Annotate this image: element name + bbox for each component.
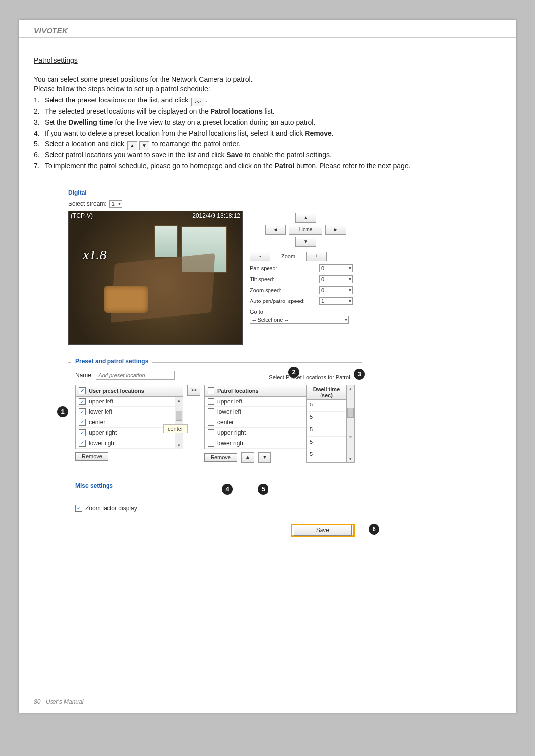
shift-icon: >> xyxy=(191,98,204,106)
checkbox-icon[interactable] xyxy=(208,429,214,436)
callout-3: 3 xyxy=(354,369,365,380)
preset-patrol-fieldset: Preset and patrol settings Name: Select … xyxy=(68,362,362,463)
dwell-cell[interactable]: 5 xyxy=(307,400,346,412)
user-preset-list: User preset locations upper leftlower le… xyxy=(75,385,183,449)
user-preset-item[interactable]: upper right xyxy=(76,428,175,438)
save-button[interactable]: Save xyxy=(294,525,352,536)
misc-fieldset: Misc settings Zoom factor display xyxy=(68,487,362,512)
zoom-factor-checkbox[interactable] xyxy=(75,505,82,512)
auto-speed-select[interactable]: 1 xyxy=(319,297,353,305)
dwell-cell[interactable]: 5 xyxy=(307,412,346,424)
checkbox-icon[interactable] xyxy=(208,419,214,426)
dwell-cell[interactable]: 5 xyxy=(307,437,346,449)
settings-panel-screenshot: Digital Select stream: 1 (TCP-V) xyxy=(61,185,501,547)
zoom-label: Zoom xyxy=(273,253,303,259)
patrol-item[interactable]: center xyxy=(205,417,306,428)
select-stream-dropdown[interactable]: 1 xyxy=(109,200,122,208)
user-preset-item[interactable]: lower right xyxy=(76,438,175,449)
dwell-cell[interactable]: 5 xyxy=(307,449,346,461)
checkbox-icon[interactable] xyxy=(208,440,214,447)
user-preset-item[interactable]: upper left xyxy=(76,397,175,407)
pan-left-button[interactable]: ◄ xyxy=(265,225,286,235)
user-preset-item[interactable]: lower left xyxy=(76,407,175,417)
tilt-speed-select[interactable]: 0 xyxy=(319,275,353,283)
checkbox-icon[interactable] xyxy=(79,419,86,426)
patrol-down-button[interactable]: ▼ xyxy=(258,452,271,463)
zoom-factor-label: Zoom factor display xyxy=(85,505,137,512)
goto-select[interactable]: -- Select one -- xyxy=(250,316,349,324)
patrol-up-button[interactable]: ▲ xyxy=(241,452,254,463)
patrol-item[interactable]: lower right xyxy=(205,438,306,449)
patrol-remove-button[interactable]: Remove xyxy=(204,453,237,462)
checkbox-icon[interactable] xyxy=(79,408,86,415)
ptz-controls: ▲ ◄ Home ► ▼ - Zoom xyxy=(250,211,362,345)
checkbox-icon[interactable] xyxy=(208,408,214,415)
pan-speed-select[interactable]: 0 xyxy=(319,264,353,272)
preset-legend: Preset and patrol settings xyxy=(71,358,152,365)
down-icon: ▼ xyxy=(139,141,149,150)
zoom-in-button[interactable]: + xyxy=(306,252,327,261)
step-list: 1. Select the preset locations on the li… xyxy=(34,96,501,171)
move-to-patrol-button[interactable]: >> xyxy=(187,385,200,396)
page-content: Patrol settings You can select some pres… xyxy=(19,38,516,547)
goto-label: Go to: xyxy=(250,309,265,315)
name-label: Name: xyxy=(75,372,93,379)
dwell-cell[interactable]: 5 xyxy=(307,424,346,437)
overlay-protocol: (TCP-V) xyxy=(71,212,93,219)
camera-preview: (TCP-V) 2012/4/9 13:18:12 x1.8 xyxy=(68,211,243,345)
overlay-zoom-factor: x1.8 xyxy=(83,247,106,263)
page-footer: 80 - User's Manual xyxy=(34,698,83,705)
user-remove-button[interactable]: Remove xyxy=(75,452,108,461)
checkbox-icon[interactable] xyxy=(79,440,86,447)
patrol-location-list: Patrol locations upper leftlower leftcen… xyxy=(204,385,306,449)
home-button[interactable]: Home xyxy=(289,225,322,235)
patrol-item[interactable]: lower left xyxy=(205,407,306,417)
zoom-out-button[interactable]: - xyxy=(250,252,270,261)
dwell-time-column: Dwell time(sec) 55555 xyxy=(306,385,347,463)
zoom-speed-select[interactable]: 0 xyxy=(319,286,353,294)
select-stream-label: Select stream: xyxy=(68,201,107,207)
callout-1: 1 xyxy=(57,406,68,417)
user-preset-scrollbar[interactable]: ▴≡▾ xyxy=(175,397,183,449)
tab-digital[interactable]: Digital xyxy=(61,185,369,198)
tooltip: center xyxy=(163,424,188,433)
patrol-item[interactable]: upper left xyxy=(205,397,306,407)
save-highlight: Save xyxy=(291,524,355,537)
pan-right-button[interactable]: ► xyxy=(325,225,346,235)
callout-6: 6 xyxy=(369,524,379,535)
user-preset-item[interactable]: center xyxy=(76,417,175,428)
intro-line-2: Please follow the steps below to set up … xyxy=(34,85,501,93)
patrol-header-checkbox[interactable] xyxy=(208,387,214,394)
patrol-item[interactable]: upper right xyxy=(205,428,306,438)
up-icon: ▲ xyxy=(127,141,137,150)
section-title: Patrol settings xyxy=(34,56,501,64)
overlay-timestamp: 2012/4/9 13:18:12 xyxy=(192,212,240,219)
checkbox-icon[interactable] xyxy=(208,398,214,405)
tilt-up-button[interactable]: ▲ xyxy=(295,213,316,223)
brand: VIVOTEK xyxy=(34,26,68,37)
patrol-select-label: Select Preset Locations for Patrol xyxy=(269,374,350,380)
manual-page: VIVOTEK Patrol settings You can select s… xyxy=(19,20,516,713)
checkbox-icon[interactable] xyxy=(79,429,86,436)
intro-line-1: You can select some preset positions for… xyxy=(34,75,501,83)
preset-name-input[interactable] xyxy=(96,371,175,380)
checkbox-icon[interactable] xyxy=(79,398,86,405)
misc-legend: Misc settings xyxy=(71,482,117,489)
user-preset-header-checkbox[interactable] xyxy=(79,387,86,394)
callout-2: 2 xyxy=(288,367,299,378)
patrol-scrollbar[interactable]: ▴≡▾ xyxy=(347,385,355,463)
tilt-down-button[interactable]: ▼ xyxy=(295,237,316,247)
page-header: VIVOTEK xyxy=(19,20,516,38)
